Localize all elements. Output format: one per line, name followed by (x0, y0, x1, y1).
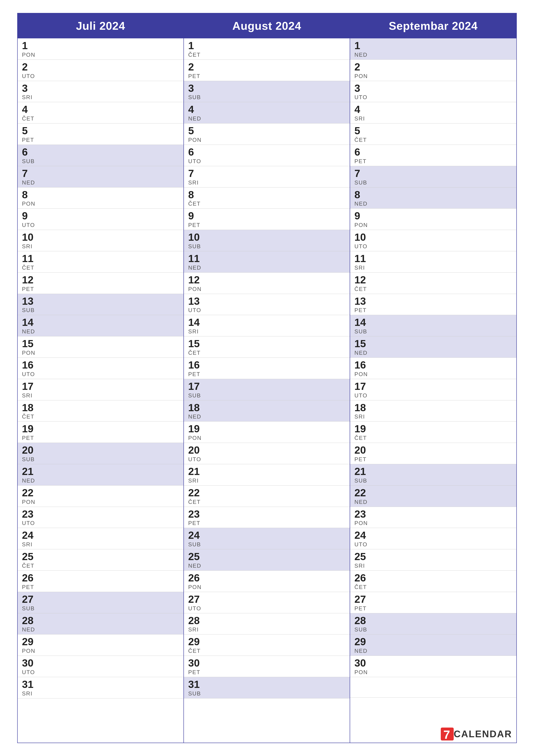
day-number-1-28: 29 (188, 636, 345, 648)
day-number-1-13: 14 (188, 317, 345, 328)
day-name-0-23: SRI (22, 541, 179, 548)
day-name-0-30: SRI (22, 690, 179, 697)
day-number-2-28: 29 (354, 636, 512, 648)
calendar-grid: Juli 20241PON2UTO3SRI4ČET5PET6SUB7NED8PO… (17, 13, 517, 743)
day-row-0-17: 18ČET (18, 400, 184, 422)
day-row-2-26: 27PET (350, 592, 516, 613)
day-number-0-28: 29 (22, 636, 179, 648)
day-number-1-21: 22 (188, 487, 345, 499)
day-name-1-28: ČET (188, 648, 345, 654)
day-number-0-7: 8 (22, 189, 179, 201)
day-number-2-20: 21 (354, 466, 512, 477)
day-number-0-0: 1 (22, 40, 179, 51)
day-name-1-11: PON (188, 286, 345, 292)
day-row-2-0: 1NED (350, 39, 516, 60)
day-name-0-22: UTO (22, 520, 179, 526)
day-name-0-15: UTO (22, 371, 179, 378)
day-number-1-15: 16 (188, 360, 345, 371)
day-name-0-5: SUB (22, 158, 179, 165)
day-number-0-30: 31 (22, 679, 179, 690)
day-number-1-29: 30 (188, 658, 345, 669)
day-name-0-20: NED (22, 477, 179, 484)
day-row-1-10: 11NED (184, 251, 350, 273)
day-row-0-25: 26PET (18, 571, 184, 592)
day-number-0-29: 30 (22, 658, 179, 669)
day-name-1-18: PON (188, 435, 345, 441)
day-row-2-2: 3UTO (350, 81, 516, 102)
day-row-2-29: 30PON (350, 656, 516, 677)
day-number-1-7: 8 (188, 189, 345, 201)
day-number-2-26: 27 (354, 594, 512, 605)
day-name-0-0: PON (22, 51, 179, 58)
day-number-2-0: 1 (354, 40, 512, 51)
day-row-2-8: 9PON (350, 209, 516, 230)
day-row-2-9: 10UTO (350, 230, 516, 251)
day-name-1-23: SUB (188, 541, 345, 548)
day-name-1-14: ČET (188, 350, 345, 356)
day-name-2-9: UTO (354, 243, 512, 250)
page: Juli 20241PON2UTO3SRI4ČET5PET6SUB7NED8PO… (0, 0, 534, 756)
day-name-1-25: PON (188, 584, 345, 590)
day-name-1-15: PET (188, 371, 345, 378)
day-number-2-4: 5 (354, 125, 512, 137)
day-name-0-25: PET (22, 584, 179, 590)
day-name-2-14: NED (354, 350, 512, 356)
day-number-0-10: 11 (22, 253, 179, 264)
day-name-1-26: UTO (188, 605, 345, 612)
day-name-2-3: SRI (354, 115, 512, 122)
day-number-2-25: 26 (354, 572, 512, 584)
day-name-2-21: NED (354, 499, 512, 505)
day-row-1-20: 21SRI (184, 464, 350, 486)
day-row-0-1: 2UTO (18, 60, 184, 81)
day-number-1-16: 17 (188, 381, 345, 392)
day-row-1-4: 5PON (184, 123, 350, 145)
month-header-1: August 2024 (184, 14, 350, 39)
day-number-1-23: 24 (188, 530, 345, 541)
day-row-0-14: 15PON (18, 337, 184, 358)
day-row-0-11: 12PET (18, 273, 184, 294)
day-name-2-11: ČET (354, 286, 512, 292)
day-row-0-26: 27SUB (18, 592, 184, 613)
day-name-0-26: SUB (22, 605, 179, 612)
day-name-2-4: ČET (354, 137, 512, 143)
day-name-1-1: PET (188, 73, 345, 80)
day-name-2-23: UTO (354, 541, 512, 548)
day-name-1-6: SRI (188, 179, 345, 186)
day-name-0-10: ČET (22, 264, 179, 271)
day-name-2-18: ČET (354, 435, 512, 441)
day-name-0-21: PON (22, 499, 179, 505)
day-name-2-1: PON (354, 73, 512, 80)
day-row-1-13: 14SRI (184, 315, 350, 337)
day-name-1-24: NED (188, 562, 345, 569)
day-name-1-30: SUB (188, 690, 345, 697)
day-name-0-6: NED (22, 179, 179, 186)
day-name-2-27: SUB (354, 626, 512, 633)
day-number-1-0: 1 (188, 40, 345, 51)
day-row-1-14: 15ČET (184, 337, 350, 358)
day-name-1-5: UTO (188, 158, 345, 165)
day-number-1-14: 15 (188, 338, 345, 350)
month-col-2: Septembar 20241NED2PON3UTO4SRI5ČET6PET7S… (350, 14, 516, 742)
day-number-1-12: 13 (188, 296, 345, 307)
day-row-1-30: 31SUB (184, 677, 350, 698)
day-row-2-16: 17UTO (350, 379, 516, 400)
day-name-0-24: ČET (22, 562, 179, 569)
day-number-1-22: 23 (188, 509, 345, 520)
day-name-0-29: UTO (22, 669, 179, 676)
day-number-0-26: 27 (22, 594, 179, 605)
month-col-1: August 20241ČET2PET3SUB4NED5PON6UTO7SRI8… (184, 14, 350, 742)
day-row-0-8: 9UTO (18, 209, 184, 230)
day-row-0-30: 31SRI (18, 677, 184, 698)
calendar-logo-icon: 7 (441, 728, 454, 741)
day-name-0-16: SRI (22, 392, 179, 399)
day-number-2-9: 10 (354, 232, 512, 243)
day-name-1-27: SRI (188, 626, 345, 633)
day-number-1-5: 6 (188, 147, 345, 158)
day-row-2-5: 6PET (350, 145, 516, 166)
day-number-0-27: 28 (22, 615, 179, 627)
day-name-2-12: PET (354, 307, 512, 313)
day-number-0-19: 20 (22, 445, 179, 456)
day-number-0-4: 5 (22, 125, 179, 137)
svg-text:7: 7 (443, 728, 450, 741)
day-name-1-10: NED (188, 264, 345, 271)
